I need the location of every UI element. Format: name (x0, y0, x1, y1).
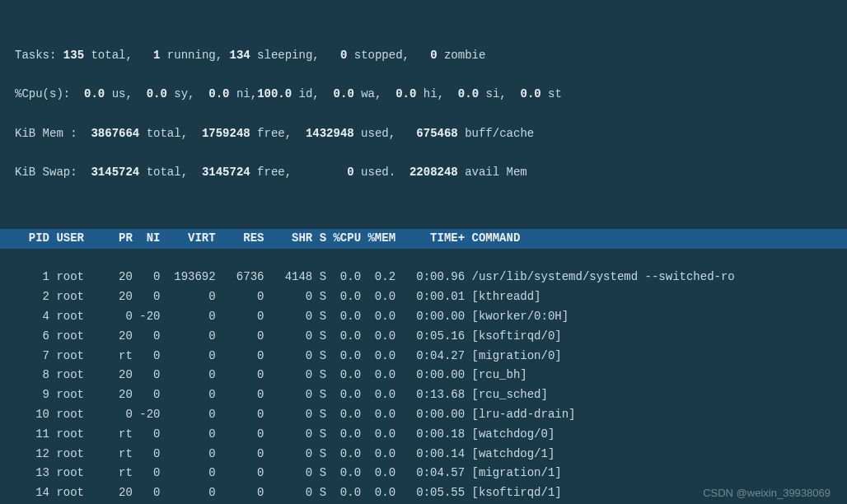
process-row: 2 root 20 0 0 0 0 S 0.0 0.0 0:00.01 [kth… (0, 287, 847, 307)
process-row: 13 root rt 0 0 0 0 S 0.0 0.0 0:04.57 [mi… (0, 464, 847, 483)
process-table-header: PID USER PR NI VIRT RES SHR S %CPU %MEM … (0, 229, 847, 249)
process-row: 12 root rt 0 0 0 0 S 0.0 0.0 0:00.14 [wa… (0, 445, 847, 464)
process-row: 6 root 20 0 0 0 0 S 0.0 0.0 0:05.16 [kso… (0, 327, 847, 347)
process-row: 8 root 20 0 0 0 0 S 0.0 0.0 0:00.00 [rcu… (0, 366, 847, 385)
tasks-line: Tasks: 135 total, 1 running, 134 sleepin… (0, 46, 847, 66)
process-row: 7 root rt 0 0 0 0 S 0.0 0.0 0:04.27 [mig… (0, 347, 847, 366)
process-row: 9 root 20 0 0 0 0 S 0.0 0.0 0:13.68 [rcu… (0, 385, 847, 405)
cpu-line: %Cpu(s): 0.0 us, 0.0 sy, 0.0 ni,100.0 id… (0, 85, 847, 105)
process-row: 10 root 0 -20 0 0 0 S 0.0 0.0 0:00.00 [l… (0, 405, 847, 425)
mem-line: KiB Mem : 3867664 total, 1759248 free, 1… (0, 124, 847, 144)
swap-line: KiB Swap: 3145724 total, 3145724 free, 0… (0, 163, 847, 183)
watermark-text: CSDN @weixin_39938069 (703, 487, 831, 499)
process-row: 4 root 0 -20 0 0 0 S 0.0 0.0 0:00.00 [kw… (0, 307, 847, 327)
process-row: 11 root rt 0 0 0 0 S 0.0 0.0 0:00.18 [wa… (0, 425, 847, 445)
process-list: 1 root 20 0 193692 6736 4148 S 0.0 0.2 0… (0, 268, 847, 504)
process-row: 1 root 20 0 193692 6736 4148 S 0.0 0.2 0… (0, 268, 847, 287)
terminal-output[interactable]: Tasks: 135 total, 1 running, 134 sleepin… (0, 7, 847, 504)
